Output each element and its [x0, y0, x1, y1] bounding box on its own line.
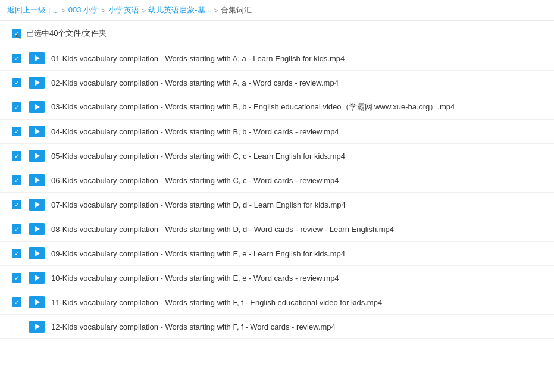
table-row[interactable]: ✓11-Kids vocabulary compilation - Words … [0, 290, 554, 315]
table-row[interactable]: ✓02-Kids vocabulary compilation - Words … [0, 71, 554, 95]
file-type-icon-cell [26, 174, 48, 186]
breadcrumb-sep3: > [101, 6, 106, 15]
table-row[interactable]: ✓04-Kids vocabulary compilation - Words … [0, 120, 554, 144]
checkmark-icon: ✓ [14, 250, 20, 257]
file-checkbox-cell[interactable]: ✓ [7, 151, 26, 161]
file-checkbox-cell[interactable]: ✓ [7, 78, 26, 87]
file-type-icon-cell [26, 247, 48, 259]
file-type-icon-cell [26, 272, 48, 284]
video-file-icon [29, 321, 45, 333]
file-type-icon-cell [26, 126, 48, 137]
selection-header: ✓ ↖ 已选中40个文件/文件夹 [0, 21, 554, 46]
file-checkbox-cell[interactable]: ✓ [7, 297, 26, 307]
file-checkbox-cell[interactable]: ✓ [7, 127, 26, 136]
checkmark-icon: ✓ [14, 55, 20, 62]
select-all-checkbox-area[interactable]: ✓ ↖ [7, 27, 26, 40]
file-name-label: 03-Kids vocabulary compilation - Words s… [51, 102, 547, 112]
video-file-icon [29, 223, 45, 235]
file-checkbox[interactable] [12, 322, 21, 331]
checkmark-icon: ✓ [14, 177, 20, 184]
file-name-label: 09-Kids vocabulary compilation - Words s… [51, 249, 547, 258]
file-checkbox[interactable]: ✓ [12, 102, 21, 112]
file-type-icon-cell [26, 296, 48, 308]
file-type-icon-cell [26, 150, 48, 162]
file-name-label: 10-Kids vocabulary compilation - Words s… [51, 274, 547, 283]
video-file-icon [29, 77, 45, 89]
breadcrumb: 返回上一级 | ... > 003 小学 > 小学英语 > 幼儿英语启蒙-基..… [0, 0, 554, 21]
checkmark-icon: ✓ [14, 104, 20, 111]
video-file-icon [29, 52, 45, 64]
file-type-icon-cell [26, 321, 48, 333]
file-name-label: 04-Kids vocabulary compilation - Words s… [51, 127, 547, 136]
file-type-icon-cell [26, 52, 48, 64]
table-row[interactable]: ✓09-Kids vocabulary compilation - Words … [0, 242, 554, 266]
checkmark-icon: ✓ [14, 153, 20, 159]
video-file-icon [29, 272, 45, 284]
checkmark-icon: ✓ [14, 128, 20, 135]
file-checkbox[interactable]: ✓ [12, 273, 21, 283]
file-checkbox[interactable]: ✓ [12, 127, 21, 136]
file-checkbox[interactable]: ✓ [12, 78, 21, 87]
video-file-icon [29, 247, 45, 259]
file-name-label: 06-Kids vocabulary compilation - Words s… [51, 176, 547, 185]
file-name-label: 02-Kids vocabulary compilation - Words s… [51, 79, 547, 87]
breadcrumb-item1[interactable]: ... [52, 6, 59, 15]
video-file-icon [29, 174, 45, 186]
file-name-label: 05-Kids vocabulary compilation - Words s… [51, 152, 547, 161]
breadcrumb-item3[interactable]: 小学英语 [108, 5, 139, 15]
file-checkbox-cell[interactable]: ✓ [7, 175, 26, 185]
checkmark-icon: ✓ [14, 80, 20, 86]
breadcrumb-back[interactable]: 返回上一级 [7, 5, 46, 15]
file-checkbox[interactable]: ✓ [12, 224, 21, 234]
breadcrumb-sep4: > [142, 6, 146, 15]
checkmark-icon: ✓ [14, 275, 20, 281]
file-checkbox[interactable]: ✓ [12, 54, 21, 63]
checkmark-icon: ✓ [14, 226, 20, 233]
video-file-icon [29, 150, 45, 162]
file-checkbox-cell[interactable]: ✓ [7, 200, 26, 209]
file-checkbox[interactable]: ✓ [12, 200, 21, 209]
file-type-icon-cell [26, 101, 48, 113]
video-file-icon [29, 101, 45, 113]
file-name-label: 08-Kids vocabulary compilation - Words s… [51, 225, 547, 234]
checkmark-icon: ✓ [14, 299, 20, 306]
file-name-label: 07-Kids vocabulary compilation - Words s… [51, 200, 547, 209]
breadcrumb-item2[interactable]: 003 小学 [68, 5, 99, 15]
video-file-icon [29, 199, 45, 211]
file-type-icon-cell [26, 77, 48, 89]
video-file-icon [29, 126, 45, 137]
file-checkbox-cell[interactable] [7, 322, 26, 331]
breadcrumb-current: 合集词汇 [221, 5, 252, 15]
cursor-icon: ↖ [15, 32, 22, 41]
file-name-label: 12-Kids vocabulary compilation - Words s… [51, 322, 547, 331]
selection-count-label: 已选中40个文件/文件夹 [26, 28, 107, 39]
video-file-icon [29, 296, 45, 308]
table-row[interactable]: ✓05-Kids vocabulary compilation - Words … [0, 144, 554, 168]
table-row[interactable]: ✓03-Kids vocabulary compilation - Words … [0, 95, 554, 120]
table-row[interactable]: ✓10-Kids vocabulary compilation - Words … [0, 266, 554, 290]
table-row[interactable]: ✓08-Kids vocabulary compilation - Words … [0, 217, 554, 242]
table-row[interactable]: ✓01-Kids vocabulary compilation - Words … [0, 46, 554, 71]
file-name-label: 01-Kids vocabulary compilation - Words s… [51, 54, 547, 63]
checkmark-icon: ✓ [14, 202, 20, 208]
table-row[interactable]: 12-Kids vocabulary compilation - Words s… [0, 315, 554, 339]
file-checkbox[interactable]: ✓ [12, 297, 21, 307]
breadcrumb-sep5: > [214, 6, 219, 15]
file-checkbox-cell[interactable]: ✓ [7, 54, 26, 63]
file-checkbox-cell[interactable]: ✓ [7, 249, 26, 258]
table-row[interactable]: ✓07-Kids vocabulary compilation - Words … [0, 193, 554, 217]
file-checkbox[interactable]: ✓ [12, 151, 21, 161]
file-checkbox-cell[interactable]: ✓ [7, 273, 26, 283]
table-row[interactable]: ✓06-Kids vocabulary compilation - Words … [0, 168, 554, 193]
breadcrumb-sep1: | [48, 6, 50, 15]
file-type-icon-cell [26, 223, 48, 235]
file-list: ✓01-Kids vocabulary compilation - Words … [0, 46, 554, 339]
breadcrumb-item4[interactable]: 幼儿英语启蒙-基... [148, 5, 211, 15]
file-checkbox[interactable]: ✓ [12, 175, 21, 185]
file-name-label: 11-Kids vocabulary compilation - Words s… [51, 298, 547, 307]
file-checkbox-cell[interactable]: ✓ [7, 102, 26, 112]
file-checkbox[interactable]: ✓ [12, 249, 21, 258]
file-type-icon-cell [26, 199, 48, 211]
file-checkbox-cell[interactable]: ✓ [7, 224, 26, 234]
breadcrumb-sep2: > [61, 6, 66, 15]
